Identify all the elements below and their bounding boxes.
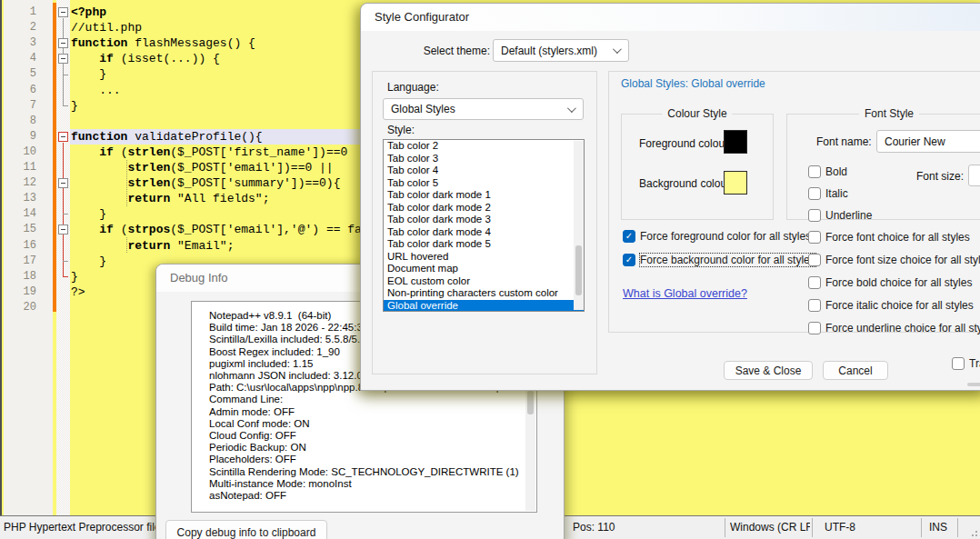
force-color-checkbox-label: Force foreground color for all styles bbox=[640, 230, 811, 243]
line-number: 20 bbox=[4, 300, 36, 315]
code-line[interactable]: if (strlen($_POST['first_name'])==0 bbox=[71, 145, 347, 160]
force-choice-checkbox-row[interactable]: Force font size choice for all styles bbox=[808, 253, 980, 266]
font-name-select[interactable]: Courier New bbox=[876, 130, 980, 153]
transparency-checkbox-row[interactable]: Tran bbox=[952, 356, 980, 370]
style-list-scrollbar[interactable] bbox=[574, 141, 584, 310]
background-colour-swatch[interactable] bbox=[724, 171, 747, 195]
status-insert-mode[interactable]: INS bbox=[929, 516, 956, 539]
code-line[interactable]: ... bbox=[71, 83, 121, 98]
code-line[interactable]: strlen($_POST['summary'])==0){ bbox=[71, 175, 340, 191]
status-separator bbox=[725, 518, 725, 537]
status-encoding[interactable]: UTF-8 bbox=[825, 516, 915, 539]
style-list-item[interactable]: URL hovered bbox=[384, 251, 584, 264]
force-choice-checkbox-label: Force bold choice for all styles bbox=[825, 276, 972, 289]
force-choice-checkbox-row[interactable]: Force underline choice for all styles bbox=[808, 321, 980, 334]
code-line[interactable]: function flashMessages() { bbox=[71, 35, 255, 51]
code-line[interactable]: if (isset(...)) { bbox=[71, 51, 220, 66]
code-line[interactable]: } bbox=[71, 269, 78, 284]
font-style-checkbox-row[interactable]: Bold bbox=[808, 165, 872, 178]
style-list-item[interactable]: Tab color dark mode 3 bbox=[384, 214, 584, 226]
force-choice-checkbox[interactable] bbox=[808, 254, 821, 266]
what-is-global-override-link[interactable]: What is Global override? bbox=[623, 287, 747, 300]
style-list-item[interactable]: EOL custom color bbox=[384, 275, 584, 288]
code-line[interactable]: strlen($_POST['email'])==0 || bbox=[71, 160, 334, 175]
status-separator bbox=[921, 518, 922, 537]
force-color-checkbox[interactable]: ✓ bbox=[623, 254, 635, 266]
font-style-checkbox-row[interactable]: Underline bbox=[808, 208, 872, 222]
font-size-select[interactable] bbox=[968, 165, 980, 186]
font-style-checkbox[interactable] bbox=[808, 187, 821, 200]
transparency-checkbox[interactable] bbox=[952, 357, 965, 370]
style-list-item[interactable]: Tab color 2 bbox=[384, 140, 584, 153]
style-configurator-titlebar[interactable]: Style Configurator bbox=[361, 4, 980, 31]
code-line[interactable]: return "All fields"; bbox=[71, 191, 269, 206]
font-style-checkbox[interactable] bbox=[808, 209, 821, 222]
fold-collapse-box[interactable] bbox=[58, 38, 68, 48]
style-list-item[interactable]: Tab color 3 bbox=[384, 153, 584, 165]
font-name-value: Courier New bbox=[885, 135, 945, 148]
force-choice-checkbox-row[interactable]: Force italic choice for all styles bbox=[808, 298, 980, 312]
language-select[interactable]: Global Styles bbox=[383, 98, 584, 120]
chevron-down-icon bbox=[567, 104, 576, 113]
style-list-item[interactable]: Document map bbox=[384, 263, 584, 275]
resize-grip[interactable] bbox=[967, 526, 978, 537]
foreground-colour-swatch[interactable] bbox=[724, 130, 747, 154]
force-choice-checkbox[interactable] bbox=[808, 276, 821, 289]
font-style-checkbox[interactable] bbox=[808, 165, 821, 178]
style-list-item[interactable]: Tab color dark mode 2 bbox=[384, 202, 584, 215]
save-and-close-button[interactable]: Save & Close bbox=[724, 361, 813, 380]
style-list-item[interactable]: Tab color dark mode 5 bbox=[384, 238, 584, 251]
force-choice-checkbox-row[interactable]: Force font choice for all styles bbox=[808, 230, 980, 244]
code-line[interactable]: if (strpos($_POST['email'],'@') == false… bbox=[71, 222, 397, 237]
style-list-item[interactable]: Non-printing characters custom color bbox=[384, 287, 584, 300]
code-line[interactable]: } bbox=[71, 66, 106, 82]
code-line[interactable]: } bbox=[71, 254, 106, 269]
force-choice-checkbox[interactable] bbox=[808, 231, 821, 244]
style-list-scrollbar-thumb[interactable] bbox=[575, 245, 582, 295]
fold-collapse-box[interactable] bbox=[58, 178, 68, 188]
fold-guide-active bbox=[63, 143, 64, 276]
force-color-checkbox[interactable]: ✓ bbox=[623, 230, 635, 243]
code-line[interactable]: <?php bbox=[71, 5, 106, 20]
fold-collapse-box[interactable] bbox=[58, 54, 68, 64]
transparency-slider[interactable] bbox=[967, 383, 980, 386]
force-choice-checkbox-row[interactable]: Force bold choice for all styles bbox=[808, 275, 980, 289]
code-line[interactable]: //util.php bbox=[71, 20, 142, 35]
style-list-item[interactable]: Tab color dark mode 1 bbox=[384, 189, 584, 202]
fold-guide-active-tick bbox=[63, 276, 68, 277]
style-list-item[interactable]: Tab color dark mode 4 bbox=[384, 226, 584, 239]
debug-scrollbar-thumb[interactable] bbox=[527, 391, 534, 414]
status-eol[interactable]: Windows (CR LF) bbox=[730, 516, 810, 539]
debug-info-title: Debug Info bbox=[170, 265, 228, 292]
cancel-button[interactable]: Cancel bbox=[823, 361, 888, 380]
style-list-item[interactable]: Global override bbox=[384, 300, 584, 313]
debug-info-line: Command Line: bbox=[209, 394, 522, 405]
force-choice-checkbox[interactable] bbox=[808, 322, 821, 334]
copy-debug-info-button[interactable]: Copy debug info to clipboard bbox=[165, 520, 327, 539]
select-theme-label: Select theme: bbox=[379, 45, 490, 57]
theme-select[interactable]: Default (stylers.xml) bbox=[493, 39, 629, 62]
style-listbox[interactable]: Tab color 2Tab color 3Tab color 4Tab col… bbox=[383, 139, 585, 312]
font-size-label: Font size: bbox=[916, 170, 964, 183]
force-color-checkbox-row[interactable]: ✓Force background color for all styles bbox=[623, 253, 815, 266]
font-style-checkbox-row[interactable]: Italic bbox=[808, 186, 872, 200]
line-number: 9 bbox=[4, 129, 36, 145]
transparency-label: Tran bbox=[969, 357, 980, 370]
code-line[interactable]: } bbox=[71, 98, 78, 114]
fold-collapse-box[interactable] bbox=[58, 132, 68, 142]
line-number: 1 bbox=[4, 5, 36, 20]
fold-collapse-box[interactable] bbox=[58, 7, 68, 17]
code-line[interactable]: function validateProfile(){ bbox=[71, 129, 263, 145]
line-number: 2 bbox=[4, 20, 36, 35]
style-list-item[interactable]: Tab color 5 bbox=[384, 177, 584, 190]
notepadpp-window: 1234567891011121314151617181920 <?php//u… bbox=[0, 0, 980, 539]
fold-guide-tick bbox=[63, 75, 68, 75]
fold-collapse-box[interactable] bbox=[58, 225, 68, 235]
code-line[interactable]: return "Email"; bbox=[71, 238, 234, 254]
force-choice-checkbox[interactable] bbox=[808, 299, 821, 312]
code-line[interactable]: ?> bbox=[71, 284, 85, 300]
style-list-item[interactable]: Tab color 4 bbox=[384, 165, 584, 177]
force-color-checkbox-row[interactable]: ✓Force foreground color for all styles bbox=[623, 229, 815, 243]
code-line[interactable]: } bbox=[71, 206, 106, 222]
force-choice-checkbox-label: Force italic choice for all styles bbox=[825, 299, 974, 312]
